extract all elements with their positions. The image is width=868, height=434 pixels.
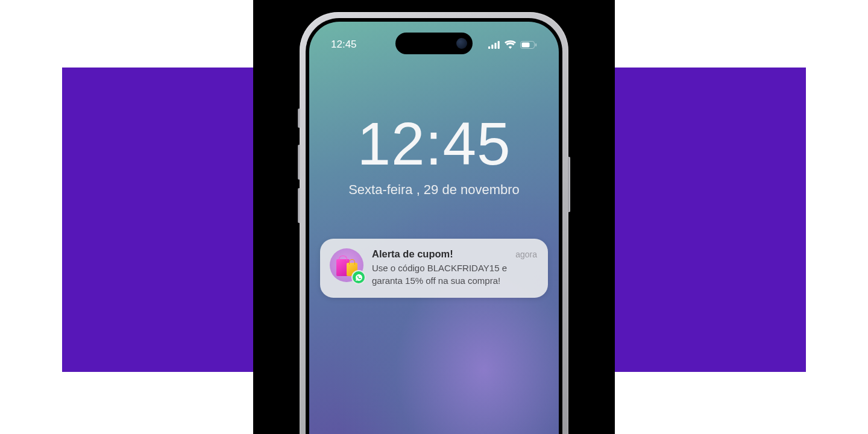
phone-mockup: 12:45 12:45 Sexta-feir xyxy=(300,12,568,434)
lock-date: Sexta-feira , 29 de novembro xyxy=(309,182,559,198)
mute-switch xyxy=(298,108,300,128)
svg-rect-6 xyxy=(535,43,536,46)
svg-rect-1 xyxy=(491,45,493,49)
lock-time: 12:45 xyxy=(309,113,559,174)
lock-clock: 12:45 Sexta-feira , 29 de novembro xyxy=(309,113,559,198)
svg-rect-2 xyxy=(494,43,496,49)
notification-message: Use o código BLACKFRIDAY15 e garanta 15%… xyxy=(372,262,537,287)
svg-rect-0 xyxy=(488,46,490,49)
svg-rect-3 xyxy=(498,41,500,49)
power-button xyxy=(568,157,570,212)
volume-up-button xyxy=(298,145,300,180)
dynamic-island xyxy=(395,33,473,54)
status-time: 12:45 xyxy=(331,39,357,51)
battery-icon xyxy=(520,41,537,49)
notification-title: Alerta de cupom! xyxy=(372,248,453,260)
whatsapp-icon xyxy=(351,270,366,285)
notification-icon xyxy=(330,248,363,282)
notification-card[interactable]: Alerta de cupom! agora Use o código BLAC… xyxy=(320,239,548,298)
volume-down-button xyxy=(298,188,300,223)
front-camera-icon xyxy=(456,38,467,49)
cellular-signal-icon xyxy=(488,41,500,49)
notification-timestamp: agora xyxy=(515,250,537,259)
lock-screen[interactable]: 12:45 12:45 Sexta-feir xyxy=(309,22,559,434)
wifi-icon xyxy=(505,40,516,49)
svg-rect-5 xyxy=(522,42,530,47)
